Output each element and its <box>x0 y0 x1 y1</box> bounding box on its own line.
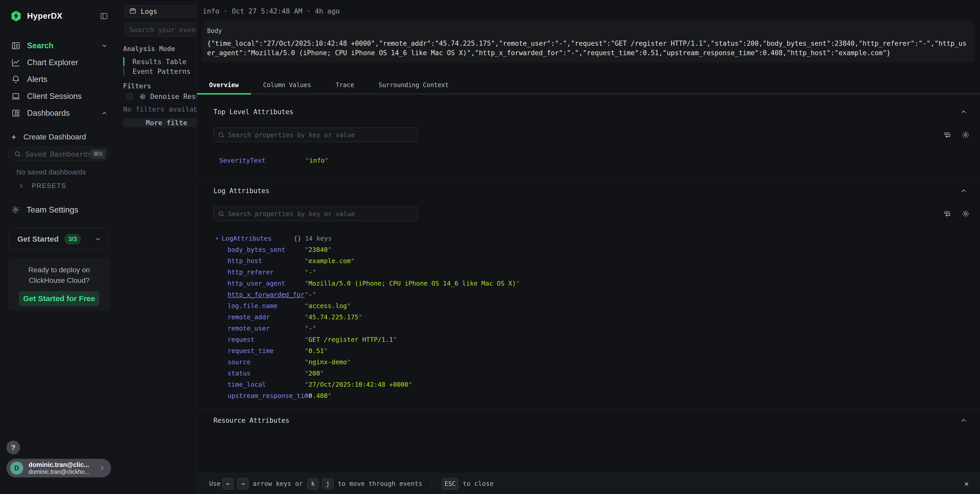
attribute-value[interactable]: example.com <box>305 257 355 265</box>
chart-explorer-icon <box>11 58 21 67</box>
no-filters-text: No filters available <box>123 105 197 113</box>
wrap-lines-icon[interactable] <box>943 210 951 218</box>
section-title: Log Attributes <box>213 187 269 194</box>
attribute-value[interactable]: 27/Oct/2025:10:42:48 +0000 <box>305 381 412 388</box>
sidebar-item-team-settings[interactable]: Team Settings <box>0 202 117 217</box>
gear-icon[interactable] <box>962 210 970 218</box>
chevron-down-icon <box>94 235 102 243</box>
attribute-value[interactable]: Mozilla/5.0 (iPhone; CPU iPhone OS 14_6 … <box>305 280 520 287</box>
user-menu[interactable]: D dominic.tran@clic... dominic.tran@clic… <box>6 459 111 477</box>
attribute-key[interactable]: http_user_agent <box>228 280 305 287</box>
get-started-toggle[interactable]: Get Started 3/3 <box>9 228 109 250</box>
attribute-key[interactable]: status <box>228 370 305 377</box>
property-search-input[interactable] <box>228 131 414 139</box>
help-button[interactable]: ? <box>6 441 20 454</box>
sidebar-collapse-icon[interactable] <box>100 12 108 20</box>
chevron-up-icon[interactable] <box>959 108 968 116</box>
chevron-down-icon[interactable] <box>101 42 108 49</box>
sidebar-item-chart-explorer[interactable]: Chart Explorer <box>0 54 117 71</box>
mode-event-patterns[interactable]: Event Patterns <box>123 66 191 76</box>
attribute-value[interactable]: 45.74.225.175 <box>305 313 362 321</box>
attribute-key[interactable]: request <box>228 336 305 343</box>
property-search-box[interactable] <box>213 207 418 221</box>
tab-trace[interactable]: Trace <box>323 76 366 93</box>
footer-close-text: to close <box>463 480 493 488</box>
clickhouse-promo-card: Ready to deploy on ClickHouse Cloud? Get… <box>8 258 110 311</box>
footer-use-text: Use <box>209 480 221 488</box>
attribute-value[interactable]: 0.408 <box>305 392 331 400</box>
property-search-input[interactable] <box>228 210 414 218</box>
attribute-value[interactable]: info <box>305 157 328 164</box>
get-started-progress-badge: 3/3 <box>64 234 81 244</box>
attribute-key[interactable]: time_local <box>228 381 305 388</box>
attribute-value[interactable]: - <box>305 268 316 276</box>
denoise-checkbox[interactable] <box>126 93 133 100</box>
tree-root-key[interactable]: LogAttributes <box>222 235 294 242</box>
attribute-value[interactable]: 23840 <box>305 246 331 253</box>
tab-overview[interactable]: Overview <box>197 76 251 93</box>
create-dashboard-button[interactable]: + Create Dashboard <box>0 131 117 143</box>
sidebar-item-alerts[interactable]: Alerts <box>0 71 117 88</box>
attribute-key[interactable]: log.file.name <box>228 302 305 309</box>
laptop-icon <box>11 92 21 101</box>
event-search-input[interactable] <box>129 26 197 34</box>
sidebar-item-search[interactable]: Search <box>0 37 117 54</box>
collapse-triangle-icon[interactable]: ▾ <box>215 235 219 241</box>
event-detail-header: info · Oct 27 5:42:48 AM · 4h ago <box>203 7 340 15</box>
chevron-up-icon[interactable] <box>959 187 968 195</box>
search-nav-icon <box>11 41 21 50</box>
saved-dashboards-input[interactable] <box>25 150 90 158</box>
detail-tabs: Overview Column Values Trace Surrounding… <box>197 76 980 94</box>
section-title: Top Level Attributes <box>213 108 293 116</box>
gear-icon[interactable] <box>962 131 970 139</box>
attribute-key[interactable]: body_bytes_sent <box>228 246 305 253</box>
saved-dashboards-search[interactable]: ⌘K <box>8 147 110 161</box>
attribute-value[interactable]: GET /register HTTP/1.1 <box>305 336 397 343</box>
plus-icon: + <box>11 132 16 142</box>
attribute-key[interactable]: http_x_forwarded_for <box>228 291 305 298</box>
wrap-lines-icon[interactable] <box>943 131 951 139</box>
attribute-key[interactable]: http_referer <box>228 268 305 276</box>
attribute-value[interactable]: - <box>305 325 316 332</box>
chevron-up-icon[interactable] <box>101 110 108 117</box>
tab-column-values[interactable]: Column Values <box>251 76 323 93</box>
sidebar-item-client-sessions[interactable]: Client Sessions <box>0 88 117 105</box>
presets-toggle[interactable]: PRESETS <box>0 182 117 190</box>
body-json-text[interactable]: {"time_local":"27/Oct/2025:10:42:48 +000… <box>207 39 969 58</box>
attribute-key[interactable]: remote_addr <box>228 313 305 321</box>
source-select-button[interactable]: Logs <box>124 5 197 17</box>
attribute-key[interactable]: SeverityText <box>220 157 305 164</box>
chevron-up-icon[interactable] <box>959 416 968 424</box>
attribute-key[interactable]: http_host <box>228 257 305 265</box>
property-search-box[interactable] <box>213 128 418 142</box>
attribute-value[interactable]: 0.51 <box>305 347 328 355</box>
sidebar-item-dashboards[interactable]: Dashboards <box>0 105 117 121</box>
app-title: HyperDX <box>27 11 62 21</box>
get-started-free-button[interactable]: Get Started for Free <box>19 291 99 306</box>
close-icon[interactable]: ✕ <box>964 479 969 488</box>
attribute-value[interactable]: access.log <box>305 302 351 309</box>
source-select-label: Logs <box>141 7 157 15</box>
more-filters-button[interactable]: More filte <box>123 118 197 127</box>
attribute-key[interactable]: remote_user <box>228 325 305 332</box>
attribute-key[interactable]: request_time <box>228 347 305 355</box>
attribute-key[interactable]: source <box>228 359 305 366</box>
attribute-key[interactable]: upstream_response_time <box>228 392 305 400</box>
detail-footer: Use ←→ arrow keys or kj to move through … <box>197 473 980 494</box>
log-attributes-tree: ▾ LogAttributes {} 14 keys body_bytes_se… <box>213 233 970 401</box>
attribute-value[interactable]: 200 <box>305 370 324 377</box>
attribute-row: sourcenginx-demo <box>213 356 970 368</box>
divider <box>431 479 431 489</box>
denoise-label: Denoise Resul <box>150 92 197 100</box>
search-icon <box>218 132 224 138</box>
sidebar-item-label: Dashboards <box>27 108 101 118</box>
attribute-value[interactable]: nginx-demo <box>305 359 351 366</box>
divider <box>197 409 980 410</box>
attribute-value[interactable]: - <box>305 291 316 298</box>
tab-surrounding-context[interactable]: Surrounding Context <box>366 76 461 93</box>
event-search-box[interactable] <box>124 22 197 37</box>
gear-icon <box>11 206 20 214</box>
mode-results-table[interactable]: Results Table <box>123 57 191 66</box>
keys-count: 14 keys <box>305 235 332 242</box>
log-attributes-header: Log Attributes <box>213 187 970 195</box>
